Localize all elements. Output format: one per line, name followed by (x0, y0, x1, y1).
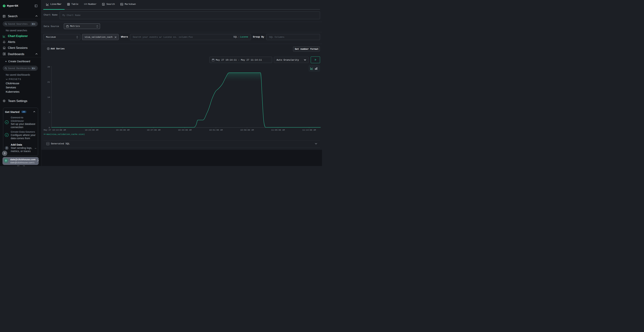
svg-text:max(visa_validation_cache.size: max(visa_validation_cache.size) (46, 133, 85, 136)
svg-text:10:51:00 AM: 10:51:00 AM (209, 129, 223, 131)
svg-text:10:30:00 AM: 10:30:00 AM (116, 129, 130, 131)
svg-text:10:23:00 AM: 10:23:00 AM (85, 129, 98, 131)
svg-text:May 27 10:14:00 AM: May 27 10:14:00 AM (44, 129, 66, 131)
svg-text:21: 21 (48, 81, 50, 83)
svg-text:28: 28 (48, 66, 50, 68)
svg-text:10:37:00 AM: 10:37:00 AM (147, 129, 160, 131)
svg-text:10:58:00 AM: 10:58:00 AM (240, 129, 254, 131)
svg-text:0: 0 (49, 126, 50, 129)
svg-text:14: 14 (48, 96, 50, 98)
svg-text:10:44:00 AM: 10:44:00 AM (178, 129, 192, 131)
svg-text:11:14:00 AM: 11:14:00 AM (302, 129, 316, 131)
svg-text:11:05:00 AM: 11:05:00 AM (271, 129, 285, 131)
svg-text:7: 7 (49, 111, 50, 114)
